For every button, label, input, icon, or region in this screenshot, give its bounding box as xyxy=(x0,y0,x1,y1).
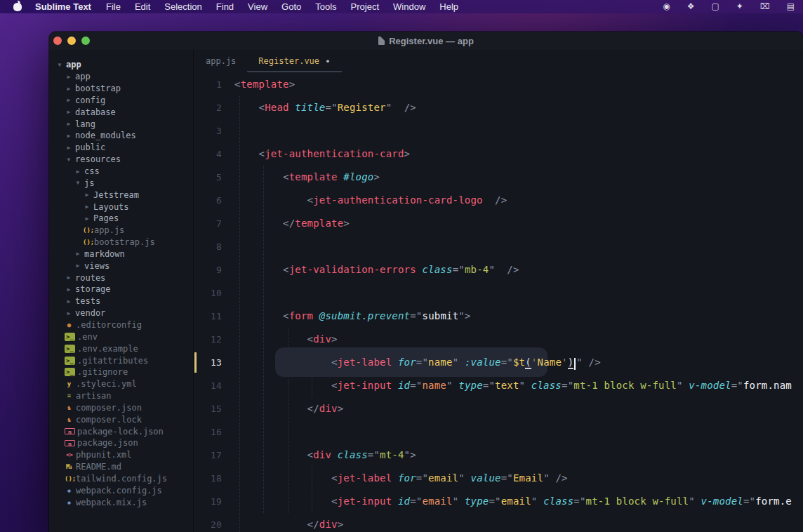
chevron-right-icon[interactable]: ▶ xyxy=(65,286,73,293)
file-item--env-example[interactable]: >_.env.example xyxy=(49,343,193,354)
docker-icon[interactable]: ▢ xyxy=(703,1,727,11)
menu-item-project[interactable]: Project xyxy=(344,1,386,12)
file-item-bootstrap-js[interactable]: ();bootstrap.js xyxy=(49,237,193,248)
code-line[interactable]: 17<div class="mt-4"> xyxy=(194,444,803,467)
chevron-right-icon[interactable]: ▶ xyxy=(65,121,73,127)
folder-item-storage[interactable]: ▶storage xyxy=(49,284,193,295)
folder-item-routes[interactable]: ▶routes xyxy=(49,272,193,284)
chevron-right-icon[interactable]: ▶ xyxy=(83,192,91,198)
chevron-right-icon[interactable]: ▶ xyxy=(65,86,73,92)
menu-item-window[interactable]: Window xyxy=(386,1,432,12)
folder-item-bootstrap[interactable]: ▶bootstrap xyxy=(49,83,193,95)
dropbox-icon[interactable]: ❖ xyxy=(679,1,703,11)
file-item-tailwind-config-js[interactable]: ();tailwind.config.js xyxy=(49,473,193,485)
folder-item-node-modules[interactable]: ▶node_modules xyxy=(49,130,193,142)
file-item-webpack-config-js[interactable]: ◈webpack.config.js xyxy=(49,484,193,496)
code-line[interactable]: 9<jet-validation-errors class="mb-4" /> xyxy=(194,258,803,281)
keyboard-disabled-icon[interactable]: ⌧ xyxy=(752,1,778,11)
file-item-composer-json[interactable]: ♞composer.json xyxy=(49,401,193,413)
file-item--gitignore[interactable]: >_.gitignore xyxy=(49,366,193,378)
menu-item-selection[interactable]: Selection xyxy=(157,1,208,12)
folder-item-resources[interactable]: ▼resources xyxy=(49,154,193,166)
code-line[interactable]: 2<Head title="Register" /> xyxy=(194,96,803,119)
chevron-down-icon[interactable]: ▼ xyxy=(74,180,82,186)
folder-item-config[interactable]: ▶config xyxy=(49,95,193,107)
folder-item-layouts[interactable]: ▶Layouts xyxy=(49,201,193,213)
chevron-right-icon[interactable]: ▶ xyxy=(65,298,73,305)
code-line[interactable]: 6<jet-authentication-card-logo /> xyxy=(194,189,803,212)
menu-item-edit[interactable]: Edit xyxy=(128,1,157,12)
menu-item-view[interactable]: View xyxy=(241,1,274,12)
folder-item-markdown[interactable]: ▶markdown xyxy=(49,248,193,260)
file-item-app-js[interactable]: ();app.js xyxy=(49,225,193,237)
file-item--styleci-yml[interactable]: y.styleci.yml xyxy=(49,378,193,390)
file-item--env[interactable]: >_.env xyxy=(49,331,193,343)
chevron-right-icon[interactable]: ▶ xyxy=(65,310,73,317)
menu-item-file[interactable]: File xyxy=(99,1,128,12)
code-line[interactable]: 10 xyxy=(194,281,803,305)
code-line[interactable]: 5<template #logo> xyxy=(194,166,803,189)
folder-item-app[interactable]: ▼app xyxy=(49,59,193,71)
apple-menu-icon[interactable] xyxy=(13,3,22,11)
code-line[interactable]: 14<jet-input id="name" type="text" class… xyxy=(194,374,803,397)
menu-item-goto[interactable]: Goto xyxy=(274,1,308,12)
obs-icon[interactable]: ◉ xyxy=(654,1,678,11)
code-line[interactable]: 16 xyxy=(194,420,803,444)
code-line[interactable]: 20</div> xyxy=(194,513,803,532)
chevron-down-icon[interactable]: ▼ xyxy=(65,157,73,163)
folder-item-public[interactable]: ▶public xyxy=(49,142,193,154)
code-line[interactable]: 11<form @submit.prevent="submit"> xyxy=(194,305,803,328)
chevron-right-icon[interactable]: ▶ xyxy=(74,168,82,175)
file-item-readme-md[interactable]: M↓README.md xyxy=(49,461,193,473)
menu-item-help[interactable]: Help xyxy=(432,1,465,12)
menu-item-app-name[interactable]: Sublime Text xyxy=(30,0,99,13)
file-item--gitattributes[interactable]: >_.gitattributes xyxy=(49,354,193,366)
folder-item-js[interactable]: ▼js xyxy=(49,177,193,189)
code-line[interactable]: 15</div> xyxy=(194,397,803,420)
file-item-phpunit-xml[interactable]: <>phpunit.xml xyxy=(49,449,193,461)
chevron-right-icon[interactable]: ▶ xyxy=(74,262,82,269)
file-item--editorconfig[interactable]: ●.editorconfig xyxy=(49,319,193,331)
chevron-right-icon[interactable]: ▶ xyxy=(65,74,73,80)
tab-app-js[interactable]: app.js xyxy=(194,50,247,72)
display-icon[interactable]: ▤ xyxy=(778,1,803,11)
menu-item-find[interactable]: Find xyxy=(209,1,241,12)
file-item-package-json[interactable]: npackage.json xyxy=(49,437,193,449)
folder-item-app[interactable]: ▶app xyxy=(49,71,193,83)
file-item-package-lock-json[interactable]: npackage-lock.json xyxy=(49,425,193,437)
folder-item-css[interactable]: ▶css xyxy=(49,166,193,178)
chevron-right-icon[interactable]: ▶ xyxy=(83,215,91,222)
folder-item-tests[interactable]: ▶tests xyxy=(49,295,193,307)
code-line[interactable]: 4<jet-authentication-card> xyxy=(194,142,803,166)
chevron-right-icon[interactable]: ▶ xyxy=(83,204,91,210)
folder-item-jetstream[interactable]: ▶Jetstream xyxy=(49,189,193,201)
chevron-right-icon[interactable]: ▶ xyxy=(65,133,73,139)
code-line[interactable]: 13<jet-label for="name" :value="$t('Name… xyxy=(194,351,803,374)
file-item-composer-lock[interactable]: ♞composer.lock xyxy=(49,413,193,425)
tab-register-vue[interactable]: Register.vue• xyxy=(247,50,342,72)
chevron-right-icon[interactable]: ▶ xyxy=(65,274,73,281)
code-line[interactable]: 3 xyxy=(194,119,803,142)
chevron-down-icon[interactable]: ▼ xyxy=(55,62,64,68)
chevron-right-icon[interactable]: ▶ xyxy=(65,97,73,103)
chevron-right-icon[interactable]: ▶ xyxy=(65,145,73,151)
code-line[interactable]: 7</template> xyxy=(194,212,803,235)
folder-item-database[interactable]: ▶database xyxy=(49,106,193,118)
code-line[interactable]: 1<template> xyxy=(194,73,803,96)
syntax-token: ) xyxy=(568,357,574,369)
code-line[interactable]: 18<jet-label for="email" value="Email" /… xyxy=(194,467,803,490)
code-editor[interactable]: 1<template>2<Head title="Register" />34<… xyxy=(194,72,803,532)
hue-icon[interactable]: ✦ xyxy=(728,1,752,11)
window-title-bar[interactable]: Register.vue — app xyxy=(49,32,803,50)
folder-item-pages[interactable]: ▶Pages xyxy=(49,213,193,225)
folder-item-vendor[interactable]: ▶vendor xyxy=(49,307,193,319)
chevron-right-icon[interactable]: ▶ xyxy=(65,109,73,115)
chevron-right-icon[interactable]: ▶ xyxy=(74,251,82,257)
code-line[interactable]: 19<jet-input id="email" type="email" cla… xyxy=(194,490,803,513)
folder-item-views[interactable]: ▶views xyxy=(49,260,193,272)
file-item-webpack-mix-js[interactable]: ◈webpack.mix.js xyxy=(49,496,193,508)
file-item-artisan[interactable]: ≡artisan xyxy=(49,390,193,402)
code-line[interactable]: 8 xyxy=(194,235,803,258)
menu-item-tools[interactable]: Tools xyxy=(308,1,343,12)
folder-item-lang[interactable]: ▶lang xyxy=(49,118,193,130)
